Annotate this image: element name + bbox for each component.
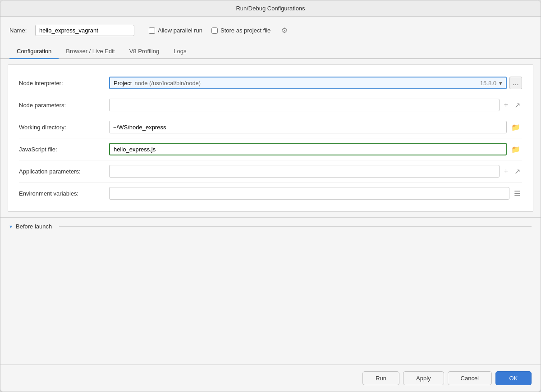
before-launch-section: ▾ Before launch	[0, 217, 541, 235]
app-params-add-icon[interactable]: +	[502, 166, 510, 176]
javascript-file-row: JavaScript file: 📁	[19, 138, 522, 160]
node-parameters-input[interactable]	[109, 99, 500, 111]
ellipsis-icon: ...	[513, 79, 518, 87]
app-params-expand-icon[interactable]: ↗	[513, 166, 522, 177]
node-interpreter-browse-button[interactable]: ...	[509, 77, 522, 89]
node-interpreter-label: Node interpreter:	[19, 80, 109, 87]
tab-v8-profiling[interactable]: V8 Profiling	[122, 44, 166, 59]
name-label: Name:	[9, 27, 30, 34]
run-button[interactable]: Run	[362, 371, 399, 385]
node-parameters-label: Node parameters:	[19, 102, 109, 109]
working-directory-input[interactable]	[109, 121, 507, 133]
footer: Run Apply Cancel OK	[0, 365, 541, 392]
javascript-file-folder-icon[interactable]: 📁	[509, 144, 522, 155]
store-as-project-file-label: Store as project file	[220, 27, 270, 34]
javascript-file-wrap: 📁	[109, 143, 522, 155]
gear-icon[interactable]: ⚙	[280, 25, 289, 36]
add-icon[interactable]: +	[502, 100, 510, 110]
expand-icon[interactable]: ↗	[513, 100, 522, 110]
environment-variables-wrap: ☰	[109, 187, 522, 200]
allow-parallel-run-checkbox[interactable]	[149, 27, 155, 34]
before-launch-arrow-icon[interactable]: ▾	[9, 223, 12, 230]
apply-button[interactable]: Apply	[403, 371, 444, 385]
environment-variables-row: Environment variables: ☰	[19, 182, 522, 204]
javascript-file-label: JavaScript file:	[19, 146, 109, 153]
environment-variables-input[interactable]	[109, 187, 509, 200]
working-directory-wrap: 📁	[109, 121, 522, 133]
store-as-project-file-checkbox[interactable]	[211, 27, 218, 34]
application-parameters-wrap: + ↗	[109, 165, 522, 178]
application-parameters-label: Application parameters:	[19, 168, 109, 175]
name-options: Allow parallel run Store as project file…	[149, 25, 289, 36]
name-input[interactable]	[35, 25, 134, 36]
before-launch-separator	[59, 226, 532, 227]
node-parameters-row: Node parameters: + ↗	[19, 94, 522, 116]
node-interpreter-row: Node interpreter: Project node (/usr/loc…	[19, 72, 522, 94]
env-list-icon[interactable]: ☰	[512, 188, 522, 199]
node-interpreter-wrap: Project node (/usr/local/bin/node) 15.8.…	[109, 77, 522, 89]
environment-variables-label: Environment variables:	[19, 190, 109, 197]
store-as-project-file-checkbox-label[interactable]: Store as project file	[211, 27, 270, 34]
tab-browser-live-edit[interactable]: Browser / Live Edit	[59, 44, 122, 59]
application-parameters-input[interactable]	[109, 165, 500, 178]
node-version: 15.8.0	[480, 80, 496, 87]
project-label: Project	[114, 80, 132, 87]
ok-button[interactable]: OK	[495, 371, 532, 385]
name-row: Name: Allow parallel run Store as projec…	[0, 17, 541, 41]
allow-parallel-run-checkbox-label[interactable]: Allow parallel run	[149, 27, 202, 34]
content-area: Node interpreter: Project node (/usr/loc…	[0, 59, 541, 365]
allow-parallel-run-label: Allow parallel run	[158, 27, 202, 34]
folder-icon[interactable]: 📁	[509, 122, 522, 132]
application-parameters-row: Application parameters: + ↗	[19, 160, 522, 182]
javascript-file-input[interactable]	[109, 143, 507, 155]
node-parameters-wrap: + ↗	[109, 99, 522, 111]
tab-configuration[interactable]: Configuration	[9, 44, 59, 59]
run-debug-dialog: Run/Debug Configurations Name: Allow par…	[0, 0, 541, 392]
config-section: Node interpreter: Project node (/usr/loc…	[8, 64, 533, 212]
node-interpreter-dropdown[interactable]: Project node (/usr/local/bin/node) 15.8.…	[109, 77, 507, 89]
working-directory-label: Working directory:	[19, 124, 109, 131]
dialog-title: Run/Debug Configurations	[0, 0, 541, 17]
cancel-button[interactable]: Cancel	[448, 371, 492, 385]
node-path: node (/usr/local/bin/node)	[134, 80, 480, 87]
tab-logs[interactable]: Logs	[166, 44, 193, 59]
tabs-bar: Configuration Browser / Live Edit V8 Pro…	[0, 44, 541, 59]
working-directory-row: Working directory: 📁	[19, 116, 522, 138]
before-launch-label: Before launch	[16, 223, 52, 230]
chevron-down-icon: ▾	[499, 80, 502, 87]
